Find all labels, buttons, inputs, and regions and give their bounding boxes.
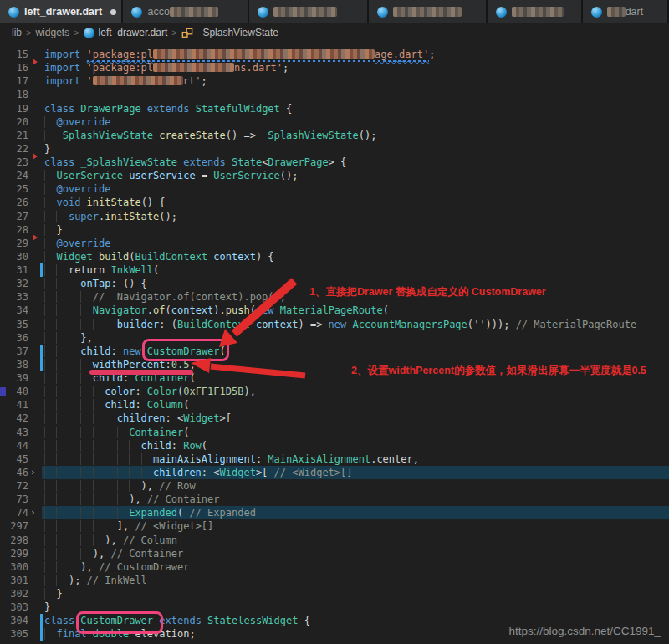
- gutter: [28, 479, 44, 493]
- fold-chevron-icon[interactable]: ›: [30, 506, 36, 519]
- gutter: [28, 519, 44, 533]
- gutter: [28, 74, 44, 88]
- gutter: [28, 102, 44, 115]
- code-line-28: 28 }: [0, 223, 669, 237]
- breadcrumb-item-symbol[interactable]: _SplashViewState: [181, 27, 278, 38]
- gutter: [28, 156, 44, 169]
- gutter: [28, 452, 44, 466]
- code-line-19: 19class DrawerPage extends StatefulWidge…: [0, 102, 669, 115]
- code-line-17: 17import 'rt';: [0, 74, 669, 88]
- line-number: 25: [0, 182, 28, 196]
- modified-line-bar: [40, 614, 43, 627]
- code-line-46: 46› children: <Widget>[ // <Widget>[]: [0, 466, 669, 479]
- code-line-36: 36 },: [0, 331, 669, 345]
- code-line-21: 21 _SplashViewState createState() => _Sp…: [0, 129, 669, 142]
- line-number: 39: [0, 371, 28, 385]
- dart-icon: [84, 28, 94, 38]
- line-number: 18: [0, 88, 28, 101]
- line-number: 34: [0, 304, 28, 317]
- code-line-298: 298 ), // Column: [0, 534, 669, 547]
- line-number: 300: [0, 560, 28, 574]
- censored-text: [273, 7, 337, 17]
- modified-line-bar: [40, 627, 43, 641]
- modified-dot[interactable]: [110, 9, 116, 15]
- line-number: 42: [0, 411, 28, 425]
- code-text: void initState() {: [44, 196, 166, 209]
- code-line-297: 297 ], // <Widget>[]: [0, 519, 669, 533]
- code-line-301: 301 ); // InkWell: [0, 574, 669, 587]
- code-line-22: 22}: [0, 142, 669, 156]
- fold-chevron-icon[interactable]: ›: [30, 466, 36, 479]
- chevron-right-icon: >: [26, 28, 31, 38]
- line-number: 44: [0, 439, 28, 452]
- line-number: 298: [0, 534, 28, 547]
- code-line-25: 25 @override: [0, 182, 669, 196]
- code-text: import 'package:plage.dart';: [44, 48, 435, 61]
- dart-icon: [377, 7, 388, 18]
- editor-tab-left_drawer.dart[interactable]: left_drawer.dart: [0, 0, 123, 23]
- code-text: children: <Widget>[: [44, 411, 232, 425]
- gutter: [28, 88, 44, 101]
- code-line-73: 73 ), // Container: [0, 493, 669, 506]
- code-line-300: 300 ), // CustomDrawer: [0, 560, 669, 574]
- code-text: },: [44, 331, 93, 345]
- line-number: 43: [0, 426, 28, 439]
- line-number: 304: [0, 614, 28, 627]
- code-text: mainAxisAlignment: MainAxisAlignment.cen…: [44, 452, 419, 466]
- line-number: 35: [0, 318, 28, 331]
- code-text: _SplashViewState createState() => _Splas…: [44, 129, 376, 142]
- breadcrumb-item-file[interactable]: left_drawer.dart: [84, 27, 168, 38]
- dart-icon: [8, 7, 19, 18]
- gutter: [28, 196, 44, 209]
- code-line-16: 16import 'package:plns.dart';: [0, 61, 669, 74]
- glyph-margin-block: [0, 387, 6, 396]
- editor-tab-censored-1[interactable]: acco: [123, 0, 249, 23]
- code-text: @override: [44, 115, 110, 129]
- code-text: // Navigator.of(context).pop();: [44, 290, 286, 304]
- line-number: 31: [0, 263, 28, 277]
- code-line-44: 44 child: Row(: [0, 439, 669, 452]
- dart-icon: [591, 7, 602, 18]
- breadcrumb-item-lib[interactable]: lib: [12, 27, 22, 38]
- editor-tab-censored-5[interactable]: dart: [583, 0, 669, 23]
- code-line-45: 45 mainAxisAlignment: MainAxisAlignment.…: [0, 452, 669, 466]
- line-number: 41: [0, 398, 28, 411]
- censored-text: [393, 7, 462, 17]
- class-symbol-icon: [181, 28, 193, 38]
- gutter: [28, 182, 44, 196]
- code-line-30: 30 Widget build(BuildContext context) {: [0, 250, 669, 263]
- editor-tab-censored-3[interactable]: [369, 0, 488, 23]
- tab-label: acco: [147, 6, 217, 18]
- code-line-35: 35 builder: (BuildContext context) => ne…: [0, 318, 669, 331]
- gutter: [28, 534, 44, 547]
- dart-icon: [496, 7, 507, 18]
- code-line-20: 20 @override: [0, 115, 669, 129]
- code-line-299: 299 ), // Container: [0, 547, 669, 560]
- gutter: [28, 277, 44, 290]
- code-line-15: 15import 'package:plage.dart';: [0, 48, 669, 61]
- editor-tab-censored-4[interactable]: [488, 0, 583, 23]
- line-number: 38: [0, 358, 28, 371]
- line-number: 33: [0, 290, 28, 304]
- line-number: 46: [0, 466, 28, 479]
- breadcrumb-item-widgets[interactable]: widgets: [35, 27, 69, 38]
- code-line-29: 29 @override: [0, 237, 669, 250]
- code-line-43: 43 Container(: [0, 426, 669, 439]
- line-number: 21: [0, 129, 28, 142]
- line-number: 16: [0, 61, 28, 74]
- breadcrumb: lib > widgets > left_drawer.dart > _Spla…: [0, 23, 669, 42]
- gutter: [28, 304, 44, 317]
- vscode-window: left_drawer.dartaccodart lib > widgets >…: [0, 0, 669, 644]
- line-number: 19: [0, 102, 28, 115]
- code-text: color: Color(0xFF1F1D5B),: [44, 385, 256, 398]
- editor-tab-censored-2[interactable]: [249, 0, 368, 23]
- code-text: UserService userService = UserService();: [44, 169, 299, 182]
- code-text: super.initState();: [44, 210, 177, 223]
- code-line-37: 37 child: new CustomDrawer(: [0, 345, 669, 358]
- code-line-72: 72 ), // Row: [0, 479, 669, 493]
- code-text: ), // Row: [44, 479, 196, 493]
- dart-icon: [131, 7, 142, 18]
- line-number: 302: [0, 587, 28, 601]
- modified-line-bar: [40, 358, 43, 371]
- code-editor[interactable]: 15import 'package:plage.dart';16import '…: [0, 42, 669, 644]
